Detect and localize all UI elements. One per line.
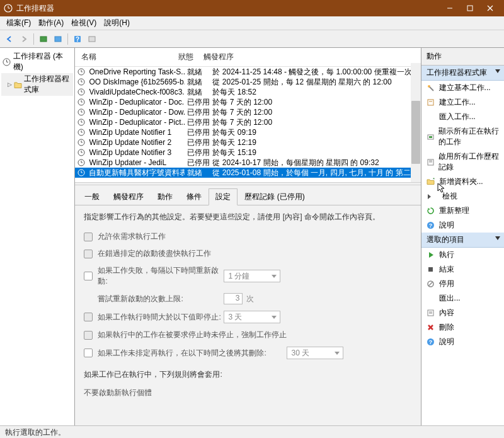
svg-rect-4 bbox=[467, 6, 472, 11]
tab-actions[interactable]: 動作 bbox=[151, 188, 180, 205]
action-import[interactable]: 匯入工作... bbox=[421, 110, 504, 124]
minimize-button[interactable] bbox=[440, 0, 460, 16]
task-name: WinZip Update Notifier 3 bbox=[86, 148, 185, 157]
running-icon bbox=[427, 132, 435, 141]
task-row[interactable]: WinZip - Deduplicator - Dow...已停用於每 7 天的… bbox=[75, 107, 420, 117]
refresh-button[interactable] bbox=[51, 32, 65, 46]
help-icon: ? bbox=[427, 338, 435, 347]
task-row[interactable]: 自動更新輔具醫材字號資料表就緒從 2025-01-08 開始，於每個 一月, 四… bbox=[75, 168, 420, 178]
tree-root-label: 工作排程器 (本機) bbox=[13, 51, 72, 72]
task-name: OO DiskImage {61b25695-b... bbox=[86, 78, 185, 86]
action-delete[interactable]: 刪除 bbox=[421, 320, 504, 335]
maximize-button[interactable] bbox=[460, 0, 480, 16]
action-disable[interactable]: 停用 bbox=[421, 277, 504, 291]
task-row[interactable]: WinZip - Deduplicator - Doc...已停用於每 7 天的… bbox=[75, 97, 420, 107]
expand-icon[interactable]: ▷ bbox=[8, 81, 12, 88]
tab-general[interactable]: 一般 bbox=[77, 188, 106, 205]
tree-root[interactable]: 工作排程器 (本機) bbox=[1, 50, 73, 73]
menu-action[interactable]: 動作(A) bbox=[35, 16, 67, 30]
action-help[interactable]: ?說明 bbox=[421, 218, 504, 233]
task-status: 就緒 bbox=[185, 67, 210, 78]
menu-help[interactable]: 說明(H) bbox=[100, 16, 134, 30]
tabs: 一般 觸發程序 動作 條件 設定 歷程記錄 (已停用) bbox=[75, 185, 420, 205]
refresh-icon bbox=[427, 207, 435, 216]
help-icon: ? bbox=[427, 221, 435, 230]
retry-limit-input[interactable]: 3 bbox=[224, 293, 243, 304]
actions-selected-section[interactable]: 選取的項目 bbox=[421, 233, 504, 248]
help-button[interactable]: ? bbox=[71, 32, 84, 46]
task-status: 已停用 bbox=[185, 97, 210, 108]
task-row[interactable]: WinZip Updater - JediL已停用從 2024-10-17 開始… bbox=[75, 158, 420, 168]
task-row[interactable]: WinZip Update Notifier 1已停用於每天 09:19 bbox=[75, 127, 420, 137]
forward-button[interactable] bbox=[17, 32, 31, 46]
scroll-thumb[interactable] bbox=[411, 101, 420, 164]
task-trigger: 於每 7 天的 12:00 bbox=[210, 117, 420, 128]
task-row[interactable]: WinZip Update Notifier 2已停用於每天 12:19 bbox=[75, 137, 420, 147]
task-list: 名稱 狀態 觸發程序 OneDrive Reporting Task-S...就… bbox=[75, 48, 420, 182]
tree-library[interactable]: ▷ 工作排程器程式庫 bbox=[1, 73, 73, 96]
task-row[interactable]: WinZip Update Notifier 3已停用於每天 15:19 bbox=[75, 147, 420, 158]
action-view[interactable]: 檢視 bbox=[421, 189, 504, 204]
task-icon bbox=[427, 98, 435, 107]
action-enable-history[interactable]: 啟用所有工作歷程記錄 bbox=[421, 149, 504, 175]
action-run[interactable]: 執行 bbox=[421, 248, 504, 262]
action-new-folder[interactable]: *新增資料夾... bbox=[421, 175, 504, 189]
action-end[interactable]: 結束 bbox=[421, 262, 504, 277]
delete-if-not-checkbox[interactable] bbox=[84, 349, 93, 357]
close-button[interactable] bbox=[480, 0, 500, 16]
svg-rect-60 bbox=[428, 267, 433, 272]
force-stop-checkbox[interactable] bbox=[84, 331, 93, 340]
stop-after-select[interactable]: 3 天 bbox=[224, 311, 280, 323]
task-status-icon bbox=[77, 98, 86, 106]
clock-icon bbox=[3, 57, 11, 66]
action-show-running[interactable]: 顯示所有正在執行的工作 bbox=[421, 124, 504, 149]
menu-file[interactable]: 檔案(F) bbox=[3, 16, 35, 30]
task-status-icon bbox=[77, 139, 86, 146]
task-row[interactable]: OneDrive Reporting Task-S...就緒於 2024-11-… bbox=[75, 67, 420, 77]
task-status-icon bbox=[77, 159, 86, 166]
action-properties[interactable]: 內容 bbox=[421, 306, 504, 320]
task-status-icon bbox=[77, 88, 86, 96]
task-trigger: 於每天 12:19 bbox=[210, 137, 420, 148]
tab-triggers[interactable]: 觸發程序 bbox=[106, 188, 151, 205]
tab-history[interactable]: 歷程記錄 (已停用) bbox=[238, 188, 311, 205]
col-header-trigger[interactable]: 觸發程序 bbox=[198, 50, 420, 64]
action-refresh[interactable]: 重新整理 bbox=[421, 204, 504, 218]
menu-view[interactable]: 檢視(V) bbox=[67, 16, 100, 30]
actions-library-section[interactable]: 工作排程器程式庫 bbox=[421, 66, 504, 81]
task-status: 就緒 bbox=[185, 168, 210, 178]
run-after-missed-checkbox[interactable] bbox=[84, 250, 93, 258]
action-create-basic[interactable]: 建立基本工作... bbox=[421, 81, 504, 95]
allow-demand-checkbox[interactable] bbox=[84, 233, 93, 241]
allow-demand-label: 允許依需求執行工作 bbox=[98, 231, 411, 242]
col-header-status[interactable]: 狀態 bbox=[173, 50, 198, 64]
task-status: 就緒 bbox=[185, 87, 210, 98]
action-help2[interactable]: ?說明 bbox=[421, 335, 504, 349]
scope-button[interactable] bbox=[37, 32, 50, 46]
task-row[interactable]: OO DiskImage {61b25695-b...就緒從 2025-01-2… bbox=[75, 77, 420, 87]
col-header-name[interactable]: 名稱 bbox=[75, 50, 173, 64]
vertical-scrollbar[interactable] bbox=[411, 63, 421, 182]
extra-button[interactable] bbox=[85, 32, 99, 46]
retry-on-fail-checkbox[interactable] bbox=[84, 272, 93, 280]
task-status: 已停用 bbox=[185, 127, 210, 138]
tab-conditions[interactable]: 條件 bbox=[180, 188, 209, 205]
action-create-task[interactable]: 建立工作... bbox=[421, 95, 504, 110]
back-button[interactable] bbox=[3, 32, 16, 46]
action-export[interactable]: 匯出... bbox=[421, 291, 504, 306]
task-status-icon bbox=[77, 108, 86, 116]
retry-on-fail-label: 如果工作失敗，每隔以下時間重新啟動: bbox=[98, 265, 224, 287]
task-name: WinZip - Deduplicator - Doc... bbox=[86, 98, 185, 107]
task-row[interactable]: VivaldiUpdateCheck-f008c3...就緒於每天 18:52 bbox=[75, 87, 420, 97]
task-row[interactable]: WinZip - Deduplicator - Pict...已停用於每 7 天… bbox=[75, 117, 420, 127]
task-status-icon bbox=[77, 78, 86, 86]
stop-after-checkbox[interactable] bbox=[84, 313, 93, 321]
status-text: 執行選取的工作。 bbox=[5, 428, 66, 437]
delete-after-select[interactable]: 30 天 bbox=[287, 347, 343, 359]
retry-interval-select[interactable]: 1 分鐘 bbox=[224, 270, 280, 282]
play-icon bbox=[427, 251, 435, 260]
task-status: 已停用 bbox=[185, 158, 210, 168]
tab-settings[interactable]: 設定 bbox=[209, 188, 238, 205]
task-trigger: 於每 7 天的 12:00 bbox=[210, 107, 420, 118]
tree-library-label: 工作排程器程式庫 bbox=[24, 74, 72, 95]
